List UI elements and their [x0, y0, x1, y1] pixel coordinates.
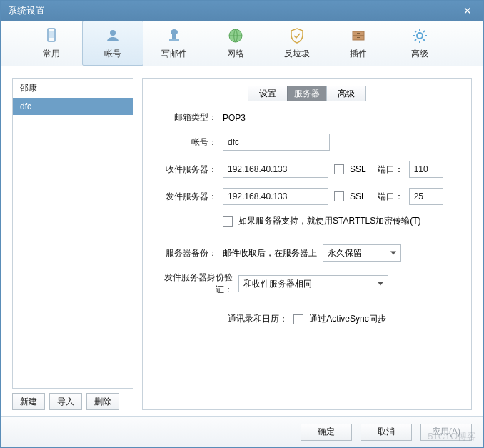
footer: 确定 取消 应用(A)	[1, 416, 483, 447]
sidebar: 邵康 dfc 新建 导入 删除	[12, 78, 133, 410]
svg-rect-8	[353, 35, 364, 36]
backup-label: 服务器备份：	[154, 247, 217, 259]
port-label2: 端口：	[378, 191, 403, 203]
window-title: 系统设置	[8, 4, 459, 17]
toolbar: 常用 帐号 写邮件 网络 反垃圾 插件 高级	[1, 21, 483, 66]
ok-button[interactable]: 确定	[301, 424, 352, 441]
shield-icon	[288, 26, 306, 45]
send-server-label: 发件服务器：	[154, 191, 217, 203]
starttls-checkbox[interactable]	[223, 216, 233, 227]
ssl-label2: SSL	[350, 191, 366, 201]
account-input[interactable]	[223, 134, 330, 151]
toolbar-antispam[interactable]: 反垃圾	[266, 21, 328, 66]
ssl-label: SSL	[350, 164, 366, 174]
toolbar-general[interactable]: 常用	[21, 21, 82, 66]
main-panel: 设置 服务器 高级 邮箱类型： POP3 帐号： 收件服务器： SSL	[142, 78, 472, 410]
user-icon	[104, 26, 122, 45]
activesync-checkbox[interactable]	[293, 314, 303, 324]
svg-rect-10	[357, 37, 360, 38]
svg-rect-4	[172, 34, 176, 39]
auth-label: 发件服务器身份验证：	[154, 272, 233, 296]
mailbox-type-label: 邮箱类型：	[154, 111, 217, 124]
send-server-input[interactable]	[223, 188, 328, 205]
account-row-selected[interactable]: dfc	[13, 98, 133, 115]
recv-server-label: 收件服务器：	[154, 164, 217, 176]
contacts-label: 通讯录和日历：	[228, 313, 288, 325]
drawer-icon	[349, 26, 368, 45]
toolbar-compose[interactable]: 写邮件	[143, 21, 205, 66]
mailbox-type-value: POP3	[223, 113, 246, 123]
recv-port-input[interactable]	[409, 161, 443, 178]
toolbar-network[interactable]: 网络	[205, 21, 266, 66]
activesync-label: 通过ActiveSync同步	[309, 313, 385, 325]
port-label: 端口：	[378, 164, 403, 176]
svg-point-3	[171, 29, 178, 35]
stamp-icon	[165, 26, 183, 45]
send-port-input[interactable]	[409, 188, 443, 205]
send-ssl-checkbox[interactable]	[334, 191, 344, 201]
account-row[interactable]: 邵康	[13, 79, 133, 98]
import-button[interactable]: 导入	[49, 393, 82, 410]
recv-server-input[interactable]	[223, 161, 328, 178]
globe-icon	[226, 26, 245, 45]
svg-rect-9	[357, 33, 360, 34]
svg-rect-1	[49, 31, 54, 38]
toolbar-advanced[interactable]: 高级	[389, 21, 450, 66]
account-list[interactable]: 邵康 dfc	[12, 78, 133, 389]
tabs: 设置 服务器 高级	[151, 86, 463, 101]
svg-rect-5	[169, 39, 179, 41]
backup-select[interactable]: 永久保留	[323, 244, 401, 262]
body: 邵康 dfc 新建 导入 删除 设置 服务器 高级 邮箱类型： POP3	[1, 66, 483, 416]
svg-point-2	[110, 30, 116, 36]
close-icon[interactable]: ✕	[459, 4, 476, 18]
new-button[interactable]: 新建	[12, 393, 45, 410]
account-label: 帐号：	[154, 136, 217, 149]
backup-text: 邮件收取后，在服务器上	[223, 247, 317, 259]
starttls-label: 如果服务器支持，就使用STARTTLS加密传输(T)	[238, 215, 421, 227]
phone-icon	[42, 26, 61, 45]
svg-point-11	[417, 33, 423, 39]
recv-ssl-checkbox[interactable]	[334, 164, 344, 174]
form: 邮箱类型： POP3 帐号： 收件服务器： SSL 端口： 发件服务器：	[151, 111, 463, 325]
titlebar: 系统设置 ✕	[1, 1, 483, 21]
toolbar-plugins[interactable]: 插件	[328, 21, 389, 66]
auth-select[interactable]: 和收件服务器相同	[238, 275, 388, 292]
cancel-button[interactable]: 取消	[361, 424, 412, 441]
settings-window: 系统设置 ✕ 常用 帐号 写邮件 网络 反垃圾 插件 高级	[0, 0, 484, 448]
tab-server[interactable]: 服务器	[287, 86, 327, 101]
tab-settings[interactable]: 设置	[248, 86, 288, 101]
gear-icon	[410, 26, 429, 45]
apply-button[interactable]: 应用(A)	[420, 424, 472, 441]
toolbar-account[interactable]: 帐号	[82, 21, 143, 66]
tab-advanced[interactable]: 高级	[326, 86, 366, 101]
delete-button[interactable]: 删除	[86, 393, 119, 410]
